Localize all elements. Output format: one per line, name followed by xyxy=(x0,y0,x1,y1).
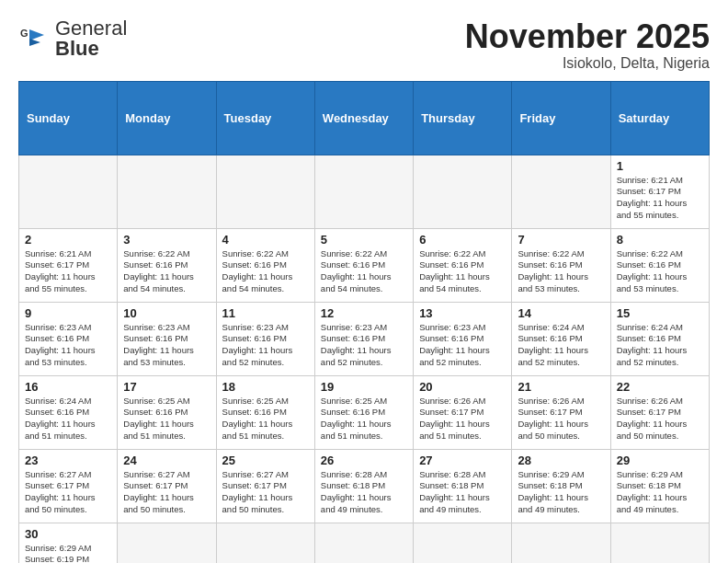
day-info: Sunrise: 6:26 AM Sunset: 6:17 PM Dayligh… xyxy=(617,396,703,442)
day-number: 21 xyxy=(518,380,604,394)
svg-marker-1 xyxy=(29,29,44,40)
day-info: Sunrise: 6:22 AM Sunset: 6:16 PM Dayligh… xyxy=(518,248,604,295)
weekday-header-friday: Friday xyxy=(512,81,610,155)
month-title: November 2025 xyxy=(465,18,710,55)
day-number: 20 xyxy=(419,380,506,394)
weekday-header-monday: Monday xyxy=(118,81,216,155)
day-number: 13 xyxy=(419,306,506,320)
calendar-cell xyxy=(216,155,314,228)
calendar-cell: 26Sunrise: 6:28 AM Sunset: 6:18 PM Dayli… xyxy=(314,449,413,523)
calendar-cell: 30Sunrise: 6:29 AM Sunset: 6:19 PM Dayli… xyxy=(19,523,118,563)
weekday-header-sunday: Sunday xyxy=(19,81,118,155)
calendar-cell xyxy=(118,523,216,563)
calendar-cell: 10Sunrise: 6:23 AM Sunset: 6:16 PM Dayli… xyxy=(118,302,216,375)
calendar-week-row: 16Sunrise: 6:24 AM Sunset: 6:16 PM Dayli… xyxy=(19,375,710,449)
calendar-week-row: 1Sunrise: 6:21 AM Sunset: 6:17 PM Daylig… xyxy=(19,155,710,228)
day-number: 9 xyxy=(25,306,111,320)
day-info: Sunrise: 6:25 AM Sunset: 6:16 PM Dayligh… xyxy=(222,396,309,442)
calendar-header: SundayMondayTuesdayWednesdayThursdayFrid… xyxy=(19,81,710,155)
day-number: 29 xyxy=(617,454,703,467)
day-info: Sunrise: 6:28 AM Sunset: 6:18 PM Dayligh… xyxy=(321,469,407,516)
calendar-cell: 23Sunrise: 6:27 AM Sunset: 6:17 PM Dayli… xyxy=(19,449,118,523)
day-number: 27 xyxy=(419,454,506,467)
page-header: G GeneralBlue November 2025 Isiokolo, De… xyxy=(18,18,710,72)
day-number: 2 xyxy=(25,233,111,247)
day-number: 14 xyxy=(518,306,604,320)
day-number: 10 xyxy=(123,306,210,320)
day-info: Sunrise: 6:22 AM Sunset: 6:16 PM Dayligh… xyxy=(222,248,309,295)
day-info: Sunrise: 6:22 AM Sunset: 6:16 PM Dayligh… xyxy=(419,248,506,295)
svg-marker-2 xyxy=(29,39,40,46)
day-number: 5 xyxy=(321,233,407,247)
day-info: Sunrise: 6:23 AM Sunset: 6:16 PM Dayligh… xyxy=(25,322,111,369)
day-number: 22 xyxy=(617,380,703,394)
calendar-cell: 14Sunrise: 6:24 AM Sunset: 6:16 PM Dayli… xyxy=(512,302,610,375)
calendar-cell: 18Sunrise: 6:25 AM Sunset: 6:16 PM Dayli… xyxy=(216,375,314,449)
day-info: Sunrise: 6:24 AM Sunset: 6:16 PM Dayligh… xyxy=(518,322,604,369)
day-number: 19 xyxy=(321,380,407,394)
calendar-cell: 15Sunrise: 6:24 AM Sunset: 6:16 PM Dayli… xyxy=(610,302,709,375)
day-info: Sunrise: 6:24 AM Sunset: 6:16 PM Dayligh… xyxy=(617,322,703,369)
calendar-cell xyxy=(314,155,413,228)
day-number: 8 xyxy=(617,233,703,247)
day-number: 1 xyxy=(617,159,703,173)
day-number: 3 xyxy=(123,233,210,247)
day-info: Sunrise: 6:26 AM Sunset: 6:17 PM Dayligh… xyxy=(419,396,506,442)
day-number: 16 xyxy=(25,380,111,394)
day-number: 26 xyxy=(321,454,407,467)
calendar-cell: 20Sunrise: 6:26 AM Sunset: 6:17 PM Dayli… xyxy=(414,375,512,449)
logo-icon: G xyxy=(18,22,51,55)
day-info: Sunrise: 6:23 AM Sunset: 6:16 PM Dayligh… xyxy=(222,322,309,369)
calendar-week-row: 30Sunrise: 6:29 AM Sunset: 6:19 PM Dayli… xyxy=(19,523,710,563)
day-info: Sunrise: 6:22 AM Sunset: 6:16 PM Dayligh… xyxy=(123,248,210,295)
day-number: 24 xyxy=(123,454,210,467)
day-info: Sunrise: 6:27 AM Sunset: 6:17 PM Dayligh… xyxy=(25,469,111,516)
logo-text: GeneralBlue xyxy=(55,18,127,59)
calendar-body: 1Sunrise: 6:21 AM Sunset: 6:17 PM Daylig… xyxy=(19,155,710,563)
day-info: Sunrise: 6:29 AM Sunset: 6:18 PM Dayligh… xyxy=(617,469,703,516)
day-info: Sunrise: 6:23 AM Sunset: 6:16 PM Dayligh… xyxy=(123,322,210,369)
day-number: 23 xyxy=(25,454,111,467)
calendar-cell xyxy=(118,155,216,228)
calendar-cell: 11Sunrise: 6:23 AM Sunset: 6:16 PM Dayli… xyxy=(216,302,314,375)
calendar-table: SundayMondayTuesdayWednesdayThursdayFrid… xyxy=(18,81,710,563)
day-info: Sunrise: 6:26 AM Sunset: 6:17 PM Dayligh… xyxy=(518,396,604,442)
day-info: Sunrise: 6:22 AM Sunset: 6:16 PM Dayligh… xyxy=(321,248,407,295)
weekday-header-saturday: Saturday xyxy=(610,81,709,155)
logo: G GeneralBlue xyxy=(18,18,127,59)
calendar-cell: 2Sunrise: 6:21 AM Sunset: 6:17 PM Daylig… xyxy=(19,228,118,302)
calendar-cell: 28Sunrise: 6:29 AM Sunset: 6:18 PM Dayli… xyxy=(512,449,610,523)
calendar-cell: 24Sunrise: 6:27 AM Sunset: 6:17 PM Dayli… xyxy=(118,449,216,523)
day-number: 25 xyxy=(222,454,309,467)
day-number: 15 xyxy=(617,306,703,320)
calendar-cell: 4Sunrise: 6:22 AM Sunset: 6:16 PM Daylig… xyxy=(216,228,314,302)
day-number: 6 xyxy=(419,233,506,247)
calendar-cell: 12Sunrise: 6:23 AM Sunset: 6:16 PM Dayli… xyxy=(314,302,413,375)
calendar-cell xyxy=(512,523,610,563)
calendar-cell xyxy=(610,523,709,563)
day-number: 30 xyxy=(25,527,111,541)
day-number: 17 xyxy=(123,380,210,394)
calendar-cell: 25Sunrise: 6:27 AM Sunset: 6:17 PM Dayli… xyxy=(216,449,314,523)
weekday-row: SundayMondayTuesdayWednesdayThursdayFrid… xyxy=(19,81,710,155)
location: Isiokolo, Delta, Nigeria xyxy=(465,55,710,72)
day-info: Sunrise: 6:23 AM Sunset: 6:16 PM Dayligh… xyxy=(321,322,407,369)
day-info: Sunrise: 6:24 AM Sunset: 6:16 PM Dayligh… xyxy=(25,396,111,442)
page: G GeneralBlue November 2025 Isiokolo, De… xyxy=(0,0,728,563)
calendar-cell: 13Sunrise: 6:23 AM Sunset: 6:16 PM Dayli… xyxy=(414,302,512,375)
calendar-cell: 16Sunrise: 6:24 AM Sunset: 6:16 PM Dayli… xyxy=(19,375,118,449)
calendar-cell xyxy=(512,155,610,228)
calendar-cell: 8Sunrise: 6:22 AM Sunset: 6:16 PM Daylig… xyxy=(610,228,709,302)
logo-text-block: GeneralBlue xyxy=(55,18,127,59)
day-info: Sunrise: 6:21 AM Sunset: 6:17 PM Dayligh… xyxy=(25,248,111,295)
svg-text:G: G xyxy=(20,28,28,39)
calendar-cell: 6Sunrise: 6:22 AM Sunset: 6:16 PM Daylig… xyxy=(414,228,512,302)
calendar-cell: 1Sunrise: 6:21 AM Sunset: 6:17 PM Daylig… xyxy=(610,155,709,228)
day-number: 7 xyxy=(518,233,604,247)
weekday-header-thursday: Thursday xyxy=(414,81,512,155)
weekday-header-wednesday: Wednesday xyxy=(314,81,413,155)
calendar-week-row: 23Sunrise: 6:27 AM Sunset: 6:17 PM Dayli… xyxy=(19,449,710,523)
day-info: Sunrise: 6:21 AM Sunset: 6:17 PM Dayligh… xyxy=(617,175,703,222)
calendar-cell xyxy=(19,155,118,228)
calendar-cell xyxy=(216,523,314,563)
